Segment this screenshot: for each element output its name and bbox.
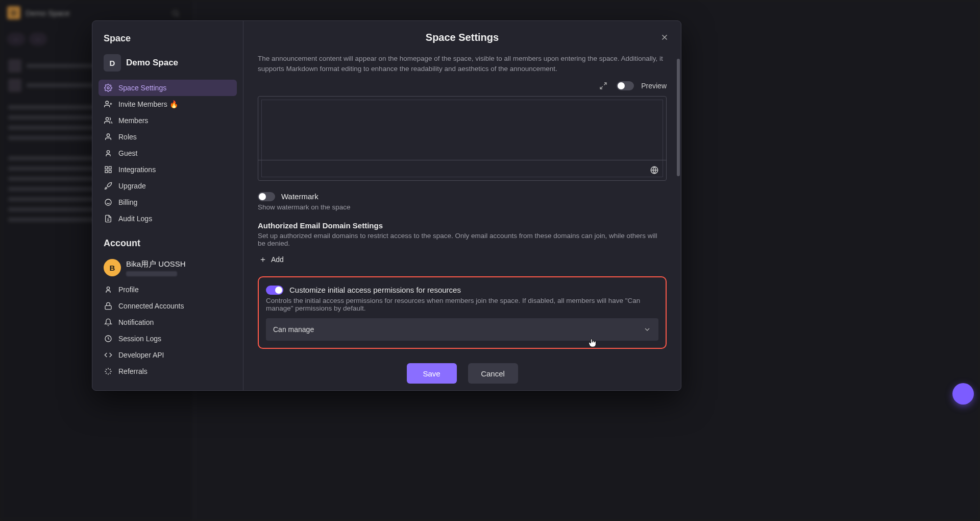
user-icon	[104, 133, 113, 141]
space-avatar: D	[104, 54, 121, 72]
customize-permissions-toggle[interactable]	[266, 286, 283, 295]
close-button[interactable]	[657, 30, 672, 44]
nav-upgrade[interactable]: Upgrade	[99, 178, 237, 194]
gear-icon	[104, 84, 113, 92]
nav-label: Notification	[118, 318, 154, 326]
svg-point-5	[107, 151, 109, 153]
announcement-description: The announcement content will appear on …	[258, 54, 667, 75]
svg-rect-12	[105, 305, 111, 309]
nav-label: Profile	[118, 286, 139, 294]
nav-guest[interactable]: Guest	[99, 145, 237, 161]
modal-sidebar: Space D Demo Space Space Settings Invite…	[92, 21, 243, 390]
plus-icon: ＋	[259, 254, 267, 265]
watermark-description: Show watermark on the space	[258, 203, 667, 211]
profile-icon	[104, 286, 113, 294]
svg-rect-7	[109, 167, 111, 169]
guest-icon	[104, 149, 113, 157]
nav-label: Connected Accounts	[118, 302, 184, 310]
modal-title: Space Settings	[426, 32, 499, 43]
lock-icon	[104, 302, 113, 310]
customize-permissions-description: Controls the initial access permissions …	[266, 297, 658, 312]
nav-label: Upgrade	[118, 182, 146, 190]
svg-point-1	[107, 87, 109, 89]
search-icon[interactable]	[168, 6, 183, 20]
nav-integrations[interactable]: Integrations	[99, 161, 237, 178]
nav-roles[interactable]: Roles	[99, 129, 237, 145]
bell-icon	[104, 318, 113, 326]
svg-rect-9	[105, 170, 108, 173]
svg-point-10	[105, 199, 111, 205]
add-label: Add	[271, 255, 284, 264]
nav-audit-logs[interactable]: Audit Logs	[99, 210, 237, 227]
billing-icon	[104, 198, 113, 206]
svg-point-11	[107, 287, 109, 290]
nav-label: Audit Logs	[118, 215, 152, 223]
nav-invite-members[interactable]: Invite Members 🔥	[99, 96, 237, 112]
cancel-button[interactable]: Cancel	[468, 363, 518, 384]
nav-label: Integrations	[118, 165, 156, 174]
svg-point-0	[173, 11, 178, 15]
globe-icon[interactable]	[650, 165, 659, 175]
modal-main: Space Settings The announcement content …	[243, 21, 681, 390]
scrollbar[interactable]	[677, 59, 680, 319]
clock-icon	[104, 335, 113, 343]
workspace-avatar: D	[7, 6, 20, 19]
nav-session-logs[interactable]: Session Logs	[99, 330, 237, 347]
announcement-editor[interactable]	[258, 96, 667, 181]
svg-rect-8	[109, 170, 111, 173]
watermark-toggle[interactable]	[258, 192, 275, 201]
customize-permissions-highlight: Customize initial access permissions for…	[258, 276, 667, 349]
nav-label: Session Logs	[118, 335, 161, 343]
nav-profile[interactable]: Profile	[99, 281, 237, 298]
nav-connected-accounts[interactable]: Connected Accounts	[99, 298, 237, 314]
user-plus-icon	[104, 100, 113, 108]
rocket-icon	[104, 182, 113, 190]
nav-developer-api[interactable]: Developer API	[99, 347, 237, 363]
account-email-redacted	[126, 271, 177, 276]
svg-point-4	[107, 134, 109, 136]
users-icon	[104, 116, 113, 125]
add-domain-button[interactable]: ＋ Add	[258, 251, 285, 268]
svg-point-3	[106, 117, 108, 120]
document-icon	[104, 215, 113, 223]
nav-referrals[interactable]: Referrals	[99, 363, 237, 380]
code-icon	[104, 351, 113, 359]
preview-toggle[interactable]	[617, 81, 634, 90]
dropdown-value: Can manage	[273, 325, 314, 334]
expand-icon[interactable]	[597, 80, 609, 92]
nav-label: Referrals	[118, 367, 148, 375]
space-settings-modal: Space D Demo Space Space Settings Invite…	[92, 20, 681, 391]
floating-action-button[interactable]	[952, 383, 974, 405]
nav-notification[interactable]: Notification	[99, 314, 237, 330]
workspace-name: Demo Space	[26, 9, 70, 17]
nav-label: Guest	[118, 149, 137, 157]
nav-label: Billing	[118, 198, 137, 206]
space-name: Demo Space	[126, 58, 178, 68]
chevron-down-icon	[643, 325, 651, 334]
watermark-label: Watermark	[281, 192, 318, 201]
grid-icon	[104, 165, 113, 174]
save-button[interactable]: Save	[407, 363, 457, 384]
nav-members[interactable]: Members	[99, 112, 237, 129]
section-header-other-partial: Oth	[99, 380, 237, 390]
domain-description: Set up authorized email domains to restr…	[258, 232, 667, 247]
section-header-account: Account	[99, 227, 237, 256]
domain-heading: Authorized Email Domain Settings	[258, 221, 667, 230]
section-header-space: Space	[99, 31, 237, 51]
preview-label: Preview	[641, 82, 667, 90]
permission-dropdown[interactable]: Can manage	[266, 318, 658, 341]
account-name: Bika用户 UOSSH	[126, 259, 186, 269]
nav-label: Space Settings	[118, 84, 166, 92]
svg-rect-6	[105, 167, 108, 169]
nav-billing[interactable]: Billing	[99, 194, 237, 210]
account-avatar: B	[104, 259, 121, 276]
nav-label: Invite Members 🔥	[118, 100, 178, 108]
svg-point-2	[106, 101, 108, 104]
customize-permissions-label: Customize initial access permissions for…	[289, 286, 461, 294]
nav-space-settings[interactable]: Space Settings	[99, 80, 237, 96]
nav-label: Members	[118, 116, 148, 125]
sparkle-icon	[104, 367, 113, 375]
nav-label: Roles	[118, 133, 137, 141]
nav-label: Developer API	[118, 351, 164, 359]
